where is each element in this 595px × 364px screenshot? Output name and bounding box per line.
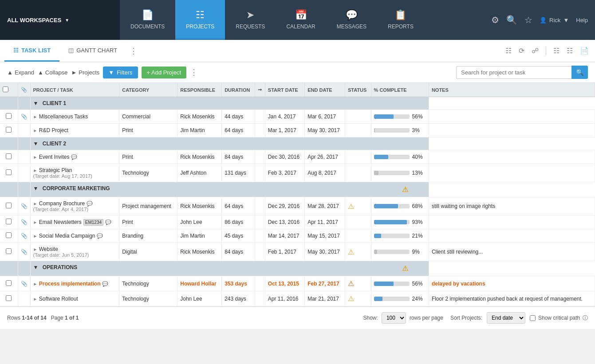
- row-expand-icon[interactable]: ►: [33, 114, 38, 119]
- row-responsible: Rick Mosenkis: [177, 150, 222, 164]
- row-arrow-cell: [255, 276, 265, 291]
- nav-item-projects[interactable]: ☷ PROJECTS: [175, 0, 225, 40]
- progress-bar-fill: [374, 282, 394, 286]
- row-project-name[interactable]: Social Media Campaign💬: [39, 233, 103, 239]
- row-notes: delayed by vacations: [429, 276, 595, 291]
- row-project-name[interactable]: Strategic Plan: [39, 167, 72, 173]
- row-checkbox[interactable]: [6, 219, 12, 224]
- select-all-checkbox[interactable]: [3, 86, 8, 92]
- row-checkbox-cell[interactable]: [0, 124, 18, 137]
- row-checkbox[interactable]: [6, 113, 12, 119]
- tab-gantt-chart[interactable]: ◫ GANTT CHART: [59, 40, 126, 62]
- nav-item-calendar[interactable]: 📅 CALENDAR: [276, 0, 326, 40]
- row-duration: 86 days: [222, 215, 255, 229]
- row-project-name[interactable]: Software Rollout: [39, 296, 78, 302]
- row-checkbox-cell[interactable]: [0, 150, 18, 164]
- progress-bar-fill: [374, 171, 378, 175]
- row-category: Project management: [119, 197, 177, 215]
- row-expand-icon[interactable]: ►: [33, 247, 38, 252]
- row-pct-complete: 56%: [371, 110, 429, 124]
- star-icon[interactable]: ☆: [524, 15, 532, 25]
- group-collapse-icon[interactable]: ▼: [33, 264, 39, 270]
- row-expand-icon[interactable]: ►: [33, 128, 38, 133]
- row-expand-icon[interactable]: ►: [33, 297, 38, 301]
- row-checkbox-cell[interactable]: [0, 197, 18, 215]
- row-project-name[interactable]: Process implementation💬: [39, 281, 109, 287]
- row-checkbox-cell[interactable]: [0, 229, 18, 243]
- critical-path-help-icon[interactable]: ⓘ: [583, 314, 588, 322]
- row-checkbox[interactable]: [6, 127, 12, 133]
- toolbar-more-icon[interactable]: ⋮: [190, 67, 198, 77]
- row-checkbox[interactable]: [6, 280, 12, 286]
- tab-task-list[interactable]: ☷ TASK LIST: [4, 40, 59, 62]
- help-link[interactable]: Help: [576, 17, 588, 23]
- row-checkbox-cell[interactable]: [0, 276, 18, 291]
- expand-button[interactable]: ▲ Expand: [7, 69, 34, 76]
- row-expand-icon[interactable]: ►: [33, 168, 38, 173]
- row-checkbox[interactable]: [6, 232, 12, 238]
- row-checkbox-cell[interactable]: [0, 215, 18, 229]
- row-checkbox-cell[interactable]: [0, 243, 18, 261]
- row-checkbox-cell[interactable]: [0, 164, 18, 182]
- user-menu[interactable]: 👤 Rick ▼: [540, 17, 569, 23]
- rows-per-page-select[interactable]: 100 50 25: [382, 312, 406, 324]
- add-project-button[interactable]: + Add Project: [142, 67, 187, 78]
- tabs-more-icon[interactable]: ⋮: [126, 46, 141, 56]
- row-checkbox[interactable]: [6, 153, 12, 159]
- filter-button[interactable]: ▼ Filters: [103, 67, 138, 78]
- row-category: Commercial: [119, 110, 177, 124]
- view-icon-5[interactable]: ☷: [565, 46, 575, 56]
- view-icon-4[interactable]: ☷: [552, 46, 561, 56]
- row-project-name[interactable]: Event Invites💬: [39, 154, 78, 160]
- group-collapse-icon[interactable]: ▼: [33, 100, 39, 106]
- nav-item-requests[interactable]: ➤ REQUESTS: [225, 0, 276, 40]
- row-expand-icon[interactable]: ►: [33, 201, 38, 206]
- row-start-date: Oct 13, 2015: [265, 276, 304, 291]
- page-label: Page: [51, 315, 63, 321]
- nav-item-documents[interactable]: 📄 DOCUMENTS: [120, 0, 175, 40]
- nav-right: ⚙ 🔍 ☆ 👤 Rick ▼ Help: [484, 0, 595, 40]
- row-expand-icon[interactable]: ►: [33, 234, 38, 239]
- view-icon-3[interactable]: ☍: [530, 46, 540, 56]
- search-input[interactable]: [456, 66, 571, 79]
- row-checkbox[interactable]: [6, 295, 12, 301]
- progress-bar-bg: [374, 155, 410, 159]
- row-project-name[interactable]: R&D Project: [39, 127, 68, 133]
- view-icon-2[interactable]: ⟳: [517, 46, 526, 56]
- row-checkbox[interactable]: [6, 169, 12, 175]
- toolbar: ▲ Expand ▲ Collapse ► Projects ▼ Filters…: [0, 62, 595, 83]
- settings-icon[interactable]: ⚙: [491, 15, 499, 25]
- row-project-name[interactable]: Email NewslettersEM1234💬: [39, 219, 111, 225]
- search-icon[interactable]: 🔍: [506, 15, 517, 25]
- row-checkbox-cell[interactable]: [0, 291, 18, 306]
- row-project-name[interactable]: Website: [39, 246, 58, 252]
- row-start-date: Jan 4, 2017: [265, 110, 304, 124]
- row-project-name[interactable]: Company Brochure💬: [39, 200, 93, 207]
- nav-item-reports[interactable]: 📋 REPORTS: [377, 0, 424, 40]
- row-expand-icon[interactable]: ►: [33, 282, 38, 286]
- row-checkbox[interactable]: [6, 248, 12, 254]
- critical-path-checkbox[interactable]: [530, 315, 536, 321]
- row-checkbox[interactable]: [6, 203, 12, 208]
- row-expand-icon[interactable]: ►: [33, 220, 38, 225]
- view-icon-6[interactable]: 📄: [578, 46, 591, 56]
- search-button[interactable]: 🔍: [571, 66, 588, 79]
- tab-task-list-label: TASK LIST: [21, 47, 51, 54]
- sort-select[interactable]: End date Start date: [487, 312, 525, 324]
- group-collapse-icon[interactable]: ▼: [33, 141, 39, 147]
- projects-button[interactable]: ► Projects: [71, 69, 99, 76]
- table-row: ► Event Invites💬 Print Rick Mosenkis 84 …: [0, 150, 595, 164]
- row-expand-icon[interactable]: ►: [33, 155, 38, 160]
- show-label: Show:: [363, 315, 378, 321]
- workspace-selector[interactable]: ALL WORKSPACES ▼: [0, 0, 120, 40]
- group-collapse-icon[interactable]: ▼: [33, 185, 39, 192]
- row-checkbox-cell[interactable]: [0, 110, 18, 124]
- row-responsible: Jim Martin: [177, 229, 222, 243]
- table-wrapper: 📎 PROJECT / TASK CATEGORY RESPONSIBLE DU…: [0, 83, 595, 306]
- row-project-name[interactable]: MIscellaneous Tasks: [39, 114, 88, 120]
- collapse-button[interactable]: ▲ Collapse: [38, 69, 67, 76]
- header-duration: DURATION: [222, 83, 255, 97]
- row-end-date: Apr 11, 2017: [305, 215, 345, 229]
- view-icon-1[interactable]: ☷: [504, 46, 513, 56]
- nav-item-messages[interactable]: 💬 MESSAGES: [326, 0, 377, 40]
